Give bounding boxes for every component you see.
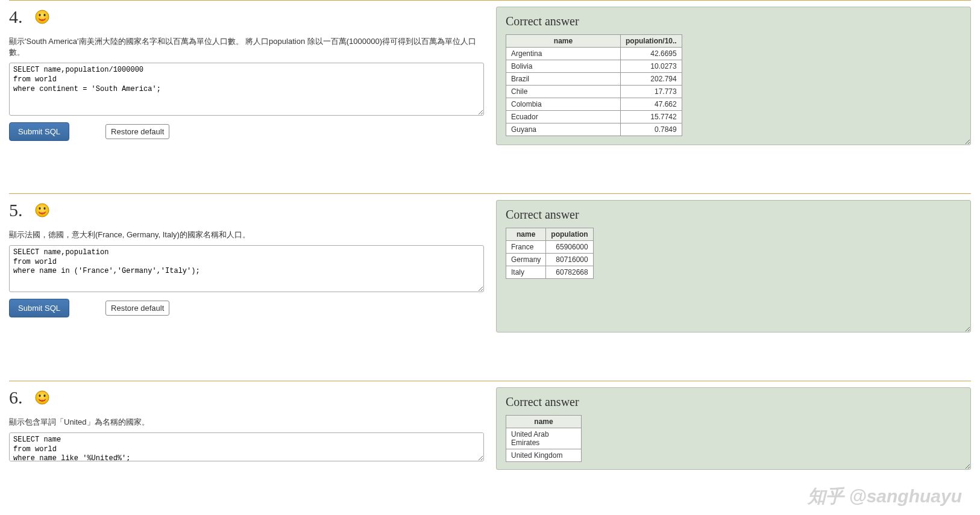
spacer bbox=[9, 145, 971, 193]
question-left: 5. 顯示法國，德國，意大利(France, Germany, Italy)的國… bbox=[9, 200, 496, 332]
question-section-6: 6. 顯示包含單詞「United」為名稱的國家。 Correct answer … bbox=[9, 381, 971, 470]
table-cell: 65906000 bbox=[546, 241, 593, 254]
table-row: Bolivia10.0273 bbox=[506, 60, 682, 73]
table-row: United Arab Emirates bbox=[506, 428, 582, 449]
sql-input[interactable] bbox=[9, 63, 484, 116]
table-row: Colombia47.662 bbox=[506, 98, 682, 111]
answer-panel: Correct answer name population France659… bbox=[496, 200, 971, 332]
result-table-6: name United Arab EmiratesUnited Kingdom bbox=[506, 415, 582, 462]
answer-title: Correct answer bbox=[506, 395, 961, 409]
submit-sql-button[interactable]: Submit SQL bbox=[9, 122, 69, 141]
table-cell: 60782668 bbox=[546, 266, 593, 279]
spacer bbox=[9, 332, 971, 381]
svg-point-1 bbox=[39, 14, 40, 16]
answer-right: Correct answer name population/10.. Arge… bbox=[496, 7, 971, 145]
question-description: 顯示包含單詞「United」為名稱的國家。 bbox=[9, 417, 484, 428]
result-table-5: name population France65906000Germany807… bbox=[506, 228, 594, 279]
button-row: Submit SQL Restore default bbox=[9, 299, 484, 317]
svg-point-5 bbox=[39, 207, 40, 210]
table-cell: Argentina bbox=[506, 48, 621, 60]
table-cell: France bbox=[506, 241, 546, 254]
table-cell: Guyana bbox=[506, 123, 621, 136]
submit-sql-button[interactable]: Submit SQL bbox=[9, 299, 69, 317]
table-cell: 202.794 bbox=[621, 73, 682, 86]
table-cell: 0.7849 bbox=[621, 123, 682, 136]
question-number: 6. bbox=[9, 387, 23, 408]
restore-default-button[interactable]: Restore default bbox=[105, 124, 169, 139]
col-header: population bbox=[546, 228, 593, 241]
question-number: 4. bbox=[9, 7, 23, 27]
table-cell: 80716000 bbox=[546, 254, 593, 266]
table-row: Germany80716000 bbox=[506, 254, 594, 266]
answer-title: Correct answer bbox=[506, 208, 961, 222]
svg-point-8 bbox=[36, 391, 49, 404]
answer-right: Correct answer name population France659… bbox=[496, 200, 971, 332]
question-left: 6. 顯示包含單詞「United」為名稱的國家。 bbox=[9, 387, 496, 470]
table-cell: Brazil bbox=[506, 73, 621, 86]
table-row: Chile17.773 bbox=[506, 86, 682, 98]
question-header: 4. bbox=[9, 7, 484, 27]
table-row: United Kingdom bbox=[506, 449, 582, 462]
table-cell: Germany bbox=[506, 254, 546, 266]
table-cell: 47.662 bbox=[621, 98, 682, 111]
table-cell: 42.6695 bbox=[621, 48, 682, 60]
question-description: 顯示'South America'南美洲大陸的國家名字和以百萬為單位人口數。 將… bbox=[9, 36, 484, 58]
col-header: name bbox=[506, 35, 621, 48]
svg-point-9 bbox=[39, 395, 40, 397]
question-left: 4. 顯示'South America'南美洲大陸的國家名字和以百萬為單位人口數… bbox=[9, 7, 496, 145]
svg-point-4 bbox=[36, 204, 49, 217]
svg-point-6 bbox=[43, 207, 45, 210]
svg-point-0 bbox=[36, 10, 49, 23]
svg-point-11 bbox=[40, 400, 44, 401]
table-cell: United Kingdom bbox=[506, 449, 582, 462]
table-row: Guyana0.7849 bbox=[506, 123, 682, 136]
sql-input[interactable] bbox=[9, 432, 484, 461]
smiley-icon bbox=[35, 203, 49, 217]
question-header: 6. bbox=[9, 387, 484, 408]
result-table-4: name population/10.. Argentina42.6695Bol… bbox=[506, 34, 682, 136]
table-cell: Ecuador bbox=[506, 111, 621, 123]
table-cell: 10.0273 bbox=[621, 60, 682, 73]
table-row: France65906000 bbox=[506, 241, 594, 254]
question-section-5: 5. 顯示法國，德國，意大利(France, Germany, Italy)的國… bbox=[9, 194, 971, 332]
table-row: Argentina42.6695 bbox=[506, 48, 682, 60]
svg-point-10 bbox=[43, 395, 45, 397]
answer-panel: Correct answer name population/10.. Arge… bbox=[496, 7, 971, 145]
svg-point-2 bbox=[43, 14, 45, 16]
smiley-icon bbox=[35, 390, 49, 405]
question-description: 顯示法國，德國，意大利(France, Germany, Italy)的國家名稱… bbox=[9, 229, 484, 240]
col-header: population/10.. bbox=[621, 35, 682, 48]
table-cell: Chile bbox=[506, 86, 621, 98]
table-row: Italy60782668 bbox=[506, 266, 594, 279]
table-cell: United Arab Emirates bbox=[506, 428, 582, 449]
answer-right: Correct answer name United Arab Emirates… bbox=[496, 387, 971, 470]
smiley-icon bbox=[35, 10, 49, 24]
restore-default-button[interactable]: Restore default bbox=[105, 301, 169, 316]
table-cell: 17.773 bbox=[621, 86, 682, 98]
table-cell: Italy bbox=[506, 266, 546, 279]
svg-point-3 bbox=[40, 19, 44, 20]
table-row: Brazil202.794 bbox=[506, 73, 682, 86]
sql-input[interactable] bbox=[9, 245, 484, 292]
table-row: Ecuador15.7742 bbox=[506, 111, 682, 123]
table-cell: 15.7742 bbox=[621, 111, 682, 123]
col-header: name bbox=[506, 228, 546, 241]
answer-title: Correct answer bbox=[506, 14, 961, 28]
answer-panel: Correct answer name United Arab Emirates… bbox=[496, 387, 971, 470]
question-section-4: 4. 顯示'South America'南美洲大陸的國家名字和以百萬為單位人口數… bbox=[9, 1, 971, 145]
col-header: name bbox=[506, 416, 582, 428]
table-cell: Colombia bbox=[506, 98, 621, 111]
result-scroll[interactable]: name population/10.. Argentina42.6695Bol… bbox=[506, 34, 961, 136]
question-number: 5. bbox=[9, 200, 23, 220]
table-cell: Bolivia bbox=[506, 60, 621, 73]
button-row: Submit SQL Restore default bbox=[9, 122, 484, 141]
question-header: 5. bbox=[9, 200, 484, 220]
svg-point-7 bbox=[40, 213, 44, 214]
